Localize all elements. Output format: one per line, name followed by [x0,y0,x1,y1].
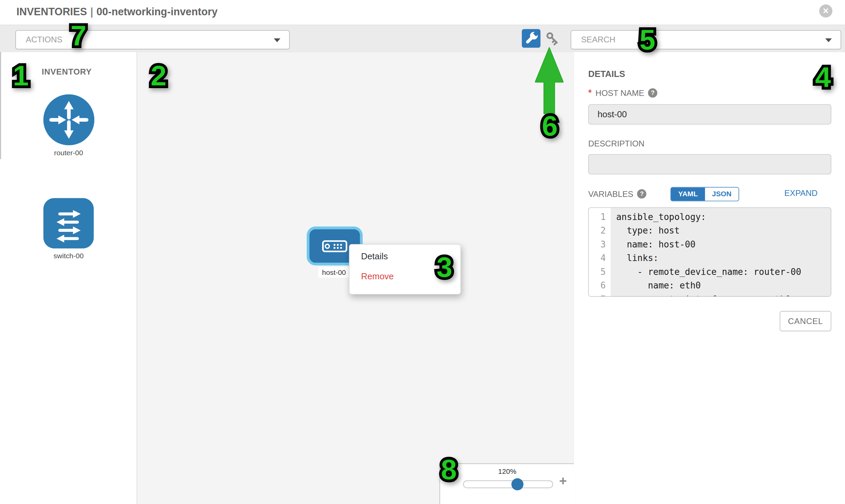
switch-icon [43,198,94,249]
zoom-level-value: 120% [440,467,575,475]
context-menu-remove[interactable]: Remove [361,271,394,281]
inventory-topology-screen: INVENTORIES|00-networking-inventory ✕ AC… [0,0,845,504]
line-number: 5 [589,265,611,278]
host-name-field-row: * HOST NAME ? [588,88,657,97]
wrench-icon [522,29,541,48]
line-number: 1 [589,210,611,224]
line-number: 3 [589,238,611,251]
details-panel: DETAILS * HOST NAME ? DESCRIPTION VARIAB… [574,52,845,504]
breadcrumb-section: INVENTORIES [17,6,87,18]
editor-line: 3 name: host-00 [589,238,831,251]
editor-lines: 1ansible_topology: 2 type: host 3 name: … [589,210,831,297]
toggle-json[interactable]: JSON [705,187,739,201]
line-number: 4 [589,251,611,265]
zoom-slider-track[interactable] [463,481,553,488]
key-button[interactable] [545,31,560,46]
host-node-label: host-00 [318,267,350,277]
tools-button[interactable] [522,29,541,48]
host-name-label: HOST NAME [595,88,644,97]
description-label: DESCRIPTION [588,139,645,148]
topology-canvas[interactable]: host-00 Details Remove 120% − + [137,52,575,504]
editor-line: 2 type: host [589,224,831,237]
description-field-row: DESCRIPTION [588,139,645,148]
palette-item-label: router-00 [0,149,137,157]
cancel-button[interactable]: CANCEL [779,311,831,331]
palette-item-router[interactable]: router-00 [0,94,137,157]
code-text: links: [611,251,658,265]
zoom-out-button[interactable]: − [447,473,455,488]
page-title: INVENTORIES|00-networking-inventory [17,6,218,18]
zoom-control-panel: 120% − + [439,463,574,504]
search-dropdown[interactable]: SEARCH [571,30,841,50]
app-header: INVENTORIES|00-networking-inventory ✕ [0,0,845,25]
editor-line: 4 links: [589,251,831,265]
inventory-sidebar: INVENTORY router-00 [0,52,137,504]
editor-line: 1ansible_topology: [589,210,831,224]
code-text: name: eth0 [611,278,701,292]
context-menu-details[interactable]: Details [361,252,388,262]
chevron-down-icon [274,38,280,42]
code-text: type: host [611,224,680,237]
description-input[interactable] [588,154,831,175]
required-marker: * [588,88,592,97]
format-toggle: YAML JSON [670,187,739,201]
code-text: - remote_device_name: router-00 [611,265,801,278]
variables-label: VARIABLES [588,189,633,199]
breadcrumb-separator: | [87,6,96,18]
node-context-menu: Details Remove [349,244,461,294]
host-name-input[interactable] [588,104,831,124]
host-server-icon [322,240,347,252]
code-text: name: host-00 [611,238,696,251]
line-number: 7 [589,292,611,296]
expand-link[interactable]: EXPAND [784,188,817,198]
breadcrumb-item: 00-networking-inventory [96,6,217,18]
actions-dropdown[interactable]: ACTIONS [15,30,289,50]
code-text: remote_interface_name: eth0 [611,292,791,296]
line-number: 2 [589,224,611,237]
palette-item-switch[interactable]: switch-00 [0,198,137,260]
sidebar-heading: INVENTORY [42,67,92,76]
toolbar: ACTIONS SEARCH [0,25,845,53]
help-icon[interactable]: ? [637,189,647,199]
palette-item-label: switch-00 [0,252,137,260]
chevron-down-icon [825,38,832,42]
editor-line: 5 - remote_device_name: router-00 [589,265,831,278]
help-icon[interactable]: ? [648,88,657,97]
details-heading: DETAILS [588,69,625,79]
code-text: ansible_topology: [611,210,706,224]
editor-line: 7 remote_interface_name: eth0 [589,292,831,296]
zoom-slider-handle[interactable] [511,478,524,490]
variables-row: VARIABLES ? YAML JSON EXPAND [588,189,831,199]
toggle-yaml[interactable]: YAML [671,187,705,201]
key-icon [545,31,560,46]
editor-line: 6 name: eth0 [589,278,831,292]
close-icon[interactable]: ✕ [819,4,832,18]
variables-code-editor[interactable]: 1ansible_topology: 2 type: host 3 name: … [588,208,831,297]
actions-dropdown-placeholder: ACTIONS [26,35,63,44]
line-number: 6 [589,278,611,292]
router-icon [43,94,94,145]
zoom-in-button[interactable]: + [559,473,567,488]
search-dropdown-placeholder: SEARCH [581,35,615,44]
